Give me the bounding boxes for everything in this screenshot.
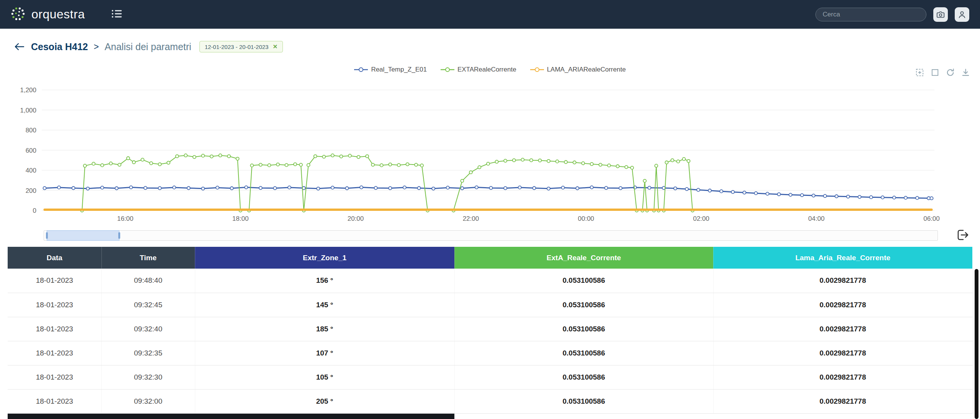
table-row[interactable]: 18-01-202309:32:30105 °0.0531005860.0029… bbox=[8, 365, 972, 389]
user-button[interactable] bbox=[955, 7, 969, 22]
table-cell: 0.053100586 bbox=[454, 269, 713, 293]
table-cell: 185 ° bbox=[195, 317, 454, 341]
chart-legend: Real_Temp_Z_E01EXTARealeCorrenteLAMA_ARI… bbox=[0, 66, 980, 73]
user-icon bbox=[958, 10, 966, 19]
table-cell: 09:32:30 bbox=[101, 365, 195, 389]
camera-icon bbox=[936, 10, 945, 19]
table-cell: 0.0029821778 bbox=[713, 317, 972, 341]
breadcrumb: Cesoia H412 > Analisi dei parametri 12-0… bbox=[13, 41, 283, 52]
table-cell: 09:32:00 bbox=[101, 389, 195, 413]
search-input[interactable] bbox=[815, 8, 926, 21]
table-cell: 0.053100586 bbox=[454, 365, 713, 389]
legend-marker-icon bbox=[441, 67, 454, 72]
legend-label: Real_Temp_Z_E01 bbox=[371, 66, 427, 73]
page-title: Analisi dei parametri bbox=[105, 41, 191, 52]
vertical-scrollbar[interactable] bbox=[975, 269, 978, 419]
table-cell: 18-01-2023 bbox=[8, 389, 101, 413]
table-cell: 0.053100586 bbox=[454, 389, 713, 413]
legend-item-LAMA_ARIARealeCorrente[interactable]: LAMA_ARIARealeCorrente bbox=[530, 66, 626, 73]
svg-text:1,200: 1,200 bbox=[20, 86, 36, 94]
table-cell: 105 ° bbox=[195, 365, 454, 389]
navigator-track[interactable] bbox=[44, 230, 938, 241]
topbar-actions bbox=[815, 7, 969, 22]
svg-text:200: 200 bbox=[26, 187, 36, 194]
table-cell: 0.053100586 bbox=[454, 293, 713, 317]
table-row[interactable]: 18-01-202309:32:35107 °0.0531005860.0029… bbox=[8, 341, 972, 365]
legend-item-Real_Temp_Z_E01[interactable]: Real_Temp_Z_E01 bbox=[354, 66, 427, 73]
column-header-ExtA_Reale_Corrente: ExtA_Reale_Corrente bbox=[454, 247, 713, 269]
column-header-Lama_Aria_Reale_Corrente: Lama_Aria_Reale_Corrente bbox=[713, 247, 972, 269]
table-cell: 09:48:40 bbox=[101, 269, 195, 293]
brand-logo-icon bbox=[10, 6, 26, 23]
partial-next-row bbox=[8, 414, 454, 419]
svg-text:1,000: 1,000 bbox=[20, 107, 36, 114]
table-cell: 0.0029821778 bbox=[713, 389, 972, 413]
table-row[interactable]: 18-01-202309:32:40185 °0.0531005860.0029… bbox=[8, 317, 972, 341]
table-cell: 09:32:35 bbox=[101, 341, 195, 365]
navigator-selection[interactable] bbox=[47, 230, 119, 241]
svg-text:02:00: 02:00 bbox=[693, 215, 709, 222]
svg-text:00:00: 00:00 bbox=[578, 215, 595, 222]
chart-canvas[interactable]: 02004006008001,0001,20016:0018:0020:0022… bbox=[0, 78, 980, 228]
table-header-row: DataTimeExtr_Zone_1ExtA_Reale_CorrenteLa… bbox=[8, 247, 972, 269]
svg-text:06:00: 06:00 bbox=[923, 215, 940, 222]
export-button[interactable] bbox=[954, 227, 971, 243]
svg-text:600: 600 bbox=[26, 147, 36, 154]
table-cell: 18-01-2023 bbox=[8, 269, 101, 293]
legend-item-EXTARealeCorrente[interactable]: EXTARealeCorrente bbox=[441, 66, 516, 73]
box-select-icon[interactable] bbox=[931, 68, 939, 77]
topbar: orquestra bbox=[0, 0, 980, 29]
column-header-Time: Time bbox=[101, 247, 195, 269]
date-range-chip[interactable]: 12-01-2023 - 20-01-2023 ✕ bbox=[199, 41, 283, 52]
menu-icon[interactable] bbox=[109, 7, 125, 22]
table-cell: 18-01-2023 bbox=[8, 365, 101, 389]
svg-text:18:00: 18:00 bbox=[232, 215, 249, 222]
reset-zoom-icon[interactable] bbox=[946, 68, 955, 77]
chip-close-icon[interactable]: ✕ bbox=[273, 43, 278, 50]
svg-text:0: 0 bbox=[33, 207, 36, 214]
brand: orquestra bbox=[10, 6, 85, 23]
svg-text:800: 800 bbox=[26, 127, 36, 134]
legend-label: LAMA_ARIARealeCorrente bbox=[547, 66, 626, 73]
table-cell: 0.0029821778 bbox=[713, 365, 972, 389]
navigator-handle-right[interactable] bbox=[118, 232, 120, 239]
legend-marker-icon bbox=[354, 67, 368, 72]
svg-text:22:00: 22:00 bbox=[463, 215, 479, 222]
legend-label: EXTARealeCorrente bbox=[457, 66, 516, 73]
table-cell: 18-01-2023 bbox=[8, 317, 101, 341]
breadcrumb-separator: > bbox=[94, 42, 99, 52]
table-cell: 18-01-2023 bbox=[8, 293, 101, 317]
date-range-label: 12-01-2023 - 20-01-2023 bbox=[205, 44, 269, 50]
svg-text:16:00: 16:00 bbox=[117, 215, 134, 222]
table-cell: 09:32:45 bbox=[101, 293, 195, 317]
table-row[interactable]: 18-01-202309:48:40156 °0.0531005860.0029… bbox=[8, 269, 972, 293]
table-cell: 0.053100586 bbox=[454, 317, 713, 341]
table-row[interactable]: 18-01-202309:32:45145 °0.0531005860.0029… bbox=[8, 293, 972, 317]
svg-text:400: 400 bbox=[26, 167, 36, 174]
navigator-handle-left[interactable] bbox=[46, 232, 48, 239]
parameters-table: DataTimeExtr_Zone_1ExtA_Reale_CorrenteLa… bbox=[8, 247, 972, 414]
back-button[interactable] bbox=[13, 41, 25, 52]
table-cell: 145 ° bbox=[195, 293, 454, 317]
chart-navigator bbox=[0, 227, 980, 246]
download-icon[interactable] bbox=[961, 68, 970, 77]
table-cell: 18-01-2023 bbox=[8, 341, 101, 365]
box-zoom-icon[interactable] bbox=[915, 68, 924, 77]
table-row[interactable]: 18-01-202309:32:00205 °0.0531005860.0029… bbox=[8, 389, 972, 413]
table-cell: 0.053100586 bbox=[454, 341, 713, 365]
back-arrow-icon bbox=[14, 42, 24, 51]
table-cell: 0.0029821778 bbox=[713, 293, 972, 317]
column-header-Extr_Zone_1: Extr_Zone_1 bbox=[195, 247, 454, 269]
table-cell: 107 ° bbox=[195, 341, 454, 365]
table-cell: 205 ° bbox=[195, 389, 454, 413]
table-cell: 156 ° bbox=[195, 269, 454, 293]
breadcrumb-machine-link[interactable]: Cesoia H412 bbox=[31, 41, 88, 52]
svg-text:20:00: 20:00 bbox=[348, 215, 364, 222]
export-icon bbox=[955, 227, 970, 243]
table-cell: 09:32:40 bbox=[101, 317, 195, 341]
table-cell: 0.0029821778 bbox=[713, 269, 972, 293]
chart-toolbar bbox=[915, 68, 970, 77]
table-cell: 0.0029821778 bbox=[713, 341, 972, 365]
legend-marker-icon bbox=[530, 67, 544, 72]
camera-button[interactable] bbox=[933, 7, 948, 22]
